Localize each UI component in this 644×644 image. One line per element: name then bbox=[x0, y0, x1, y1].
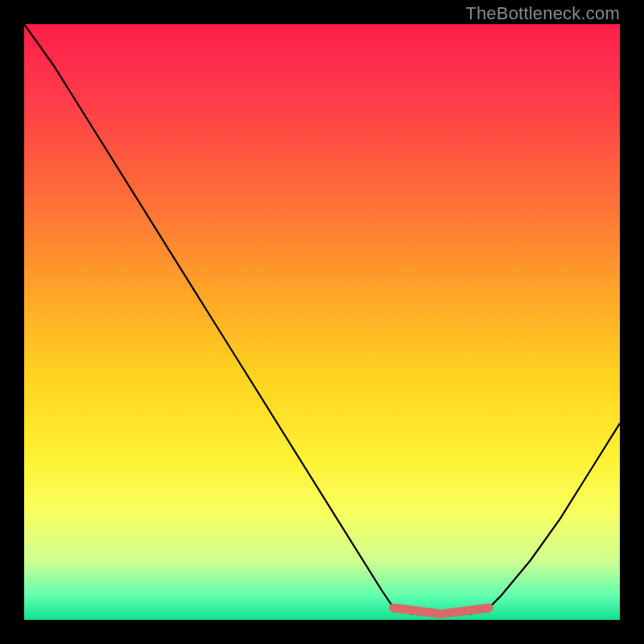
optimal-zone-highlight bbox=[394, 608, 489, 613]
chart-container: TheBottleneck.com bbox=[0, 0, 644, 644]
bottleneck-curve bbox=[24, 24, 620, 614]
curve-svg bbox=[24, 24, 620, 620]
gradient-plot-area bbox=[24, 24, 620, 620]
watermark-text: TheBottleneck.com bbox=[465, 3, 620, 24]
